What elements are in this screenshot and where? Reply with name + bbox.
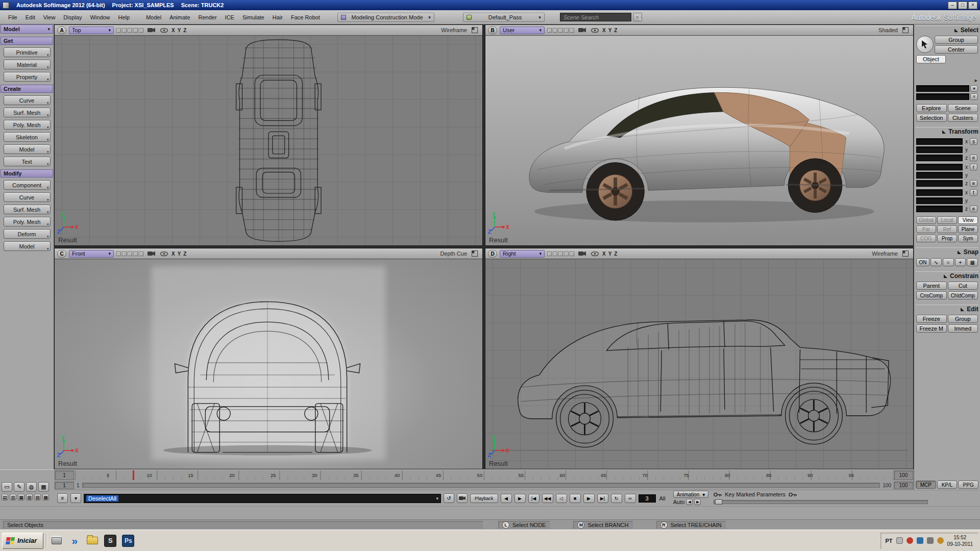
layout-preset-icon[interactable]: ▦ <box>18 494 24 500</box>
rotate-mode-button[interactable]: r <box>970 164 977 170</box>
selection-field[interactable] <box>916 85 969 92</box>
range-start-box[interactable]: 1 <box>55 482 74 489</box>
softimage-app-icon[interactable]: S <box>103 533 118 548</box>
all-label[interactable]: All <box>659 495 666 502</box>
cog-mode-button[interactable]: COG <box>916 235 936 242</box>
menu-item[interactable]: Display <box>59 12 86 22</box>
start-button[interactable]: Iniciar <box>2 533 43 549</box>
axis-z-toggle[interactable]: Z <box>183 251 186 257</box>
translate-x-field[interactable] <box>916 189 963 196</box>
menu-item[interactable]: ICE <box>221 12 238 22</box>
menu-item[interactable]: View <box>39 12 60 22</box>
memo-cam-slot[interactable] <box>139 28 143 33</box>
menu-item[interactable]: File <box>4 12 21 22</box>
left-panel-button[interactable]: Surf. Mesh ▾ <box>4 205 51 214</box>
memo-cam-slot[interactable] <box>570 252 574 256</box>
menu-item[interactable]: Animate <box>165 12 194 22</box>
memo-cam-slot[interactable] <box>122 252 127 256</box>
camera-icon[interactable] <box>146 250 156 258</box>
memo-cam-slot[interactable] <box>564 28 569 33</box>
axis-y-toggle[interactable]: Y <box>608 28 612 33</box>
layout-preset-icon[interactable]: ▨ <box>34 494 41 500</box>
memo-cam-slot[interactable] <box>128 252 132 256</box>
section-header-get[interactable]: Get <box>1 37 53 45</box>
constrain-button[interactable]: CnsComp <box>916 291 947 299</box>
mcp-tab[interactable]: PPG <box>958 481 978 489</box>
axis-z-toggle[interactable]: Z <box>614 28 617 33</box>
photoshop-app-icon[interactable]: Ps <box>120 533 136 548</box>
command-line-input[interactable]: DeselectAll ▾ <box>84 494 441 503</box>
memo-cam-slots[interactable] <box>116 252 143 256</box>
tray-icon[interactable] <box>927 537 934 544</box>
memo-cam-slot[interactable] <box>553 252 557 256</box>
rotate-z-field[interactable] <box>916 180 963 187</box>
menu-item[interactable]: Window <box>86 12 114 22</box>
scale-menu-button[interactable]: ≡ <box>970 155 977 161</box>
constrain-button[interactable]: Cut <box>948 282 978 290</box>
viewport-a-canvas[interactable]: Y X Z Result <box>55 36 482 245</box>
pivot-mode-button[interactable]: Plane <box>958 226 978 233</box>
snap-on-button[interactable]: ON <box>916 258 929 266</box>
menu-item[interactable]: Face Robot <box>287 12 324 22</box>
center-button[interactable]: Center <box>935 45 978 54</box>
tool-icon[interactable]: ▭ <box>2 482 12 492</box>
viewport-b-camera-dropdown[interactable]: User ▾ <box>500 27 545 34</box>
construction-mode-dropdown[interactable]: Modeling Construction Mode ▾ <box>337 13 434 22</box>
memo-cam-slot[interactable] <box>116 252 121 256</box>
pivot-mode-button[interactable]: Ref <box>937 226 957 233</box>
memo-cam-slot[interactable] <box>547 252 552 256</box>
memo-cam-slot[interactable] <box>122 28 127 33</box>
memo-cam-slot[interactable] <box>570 28 574 33</box>
render-pass-dropdown[interactable]: Default_Pass ▾ <box>463 13 545 22</box>
translate-y-field[interactable] <box>916 197 963 204</box>
auto-next-button[interactable]: ▶ <box>694 499 701 505</box>
tray-icon[interactable] <box>917 537 923 544</box>
constrain-button[interactable]: ChldComp <box>948 291 978 299</box>
edit-button[interactable]: Freeze M <box>916 324 947 333</box>
memo-cam-slots[interactable] <box>547 28 574 33</box>
play-button[interactable]: ▶ <box>583 494 595 503</box>
rotate-y-field[interactable] <box>916 172 963 179</box>
command-history-icon[interactable]: ▾ <box>70 493 81 503</box>
section-header-modify[interactable]: Modify <box>1 169 53 178</box>
mcp-tab[interactable]: KP/L <box>937 481 958 489</box>
auto-prev-button[interactable]: ◀ <box>686 499 693 505</box>
axis-y-toggle[interactable]: Y <box>178 28 181 33</box>
clusters-button[interactable]: Clusters <box>948 114 978 122</box>
loop-button[interactable]: ↻ <box>611 494 622 503</box>
go-last-frame-button[interactable]: ▶| <box>597 494 608 503</box>
memo-cam-slot[interactable] <box>558 252 563 256</box>
snap-point-icon[interactable]: ○ <box>943 258 954 266</box>
memo-cam-slot[interactable] <box>553 28 557 33</box>
tool-icon[interactable]: ✎ <box>14 482 24 492</box>
axis-x-toggle[interactable]: X <box>172 28 175 33</box>
key-marked-parameters-label[interactable]: Key Marked Parameters <box>725 491 786 497</box>
selection-button[interactable]: Selection <box>916 114 947 122</box>
viewport-c-canvas[interactable]: Y X Z Result <box>55 259 482 469</box>
minimize-button[interactable]: – <box>948 2 957 9</box>
viewport-layout-icon[interactable] <box>470 27 480 34</box>
viewport-d-letter-button[interactable]: D <box>488 250 497 258</box>
axis-z-toggle[interactable]: Z <box>183 28 186 33</box>
memo-cam-slot[interactable] <box>564 252 569 256</box>
timeline-end-frame[interactable]: 100 <box>894 470 913 480</box>
toolbar-mode-dropdown[interactable]: Model ▾ <box>1 24 53 34</box>
camera-icon[interactable] <box>146 27 156 34</box>
viewport-d-canvas[interactable]: Y X Z Result <box>485 259 913 469</box>
left-panel-button[interactable]: Curve ▾ <box>4 95 51 105</box>
scale-x-field[interactable] <box>916 138 963 145</box>
memo-cam-slot[interactable] <box>558 28 563 33</box>
scale-z-field[interactable] <box>916 155 963 161</box>
slider-handle[interactable] <box>715 499 722 505</box>
left-panel-button[interactable]: Poly. Mesh ▾ <box>4 120 51 130</box>
left-panel-button[interactable]: Model ▾ <box>4 241 51 251</box>
cog-mode-button[interactable]: Prop <box>937 235 957 242</box>
cog-mode-button[interactable]: Sym <box>958 235 978 242</box>
menu-item[interactable]: Simulate <box>238 12 268 22</box>
go-first-frame-button[interactable]: |◀ <box>528 494 540 503</box>
memo-cam-slots[interactable] <box>116 28 143 33</box>
reference-mode-button[interactable]: View <box>958 216 978 224</box>
viewport-a-letter-button[interactable]: A <box>57 27 66 34</box>
constrain-button[interactable]: Parent <box>916 282 947 290</box>
memo-cam-slot[interactable] <box>128 28 132 33</box>
